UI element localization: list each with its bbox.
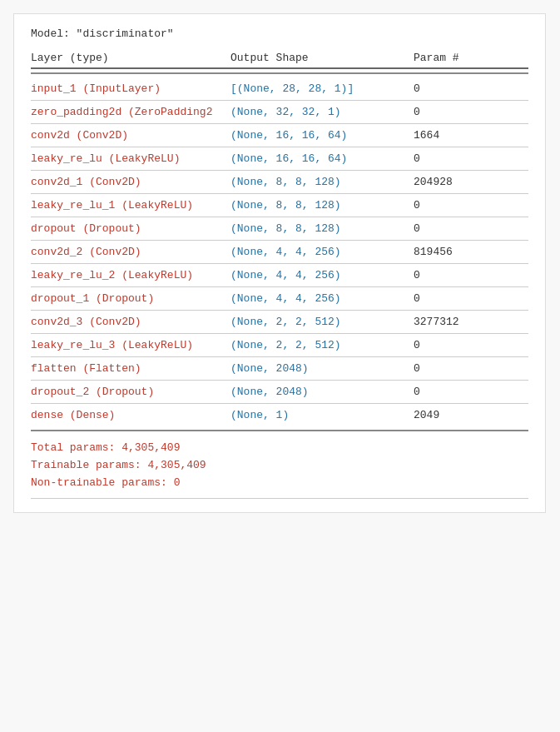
table-row: conv2d (Conv2D)(None, 16, 16, 64)1664	[31, 124, 528, 147]
trainable-params: Trainable params: 4,305,409	[31, 457, 528, 475]
table-row: conv2d_3 (Conv2D)(None, 2, 2, 512)327731…	[31, 311, 528, 333]
param-count-cell: 1664	[414, 129, 513, 142]
output-shape-cell: [(None, 28, 28, 1)]	[230, 82, 414, 95]
table-row: zero_padding2d (ZeroPadding2(None, 32, 3…	[31, 101, 528, 123]
output-shape-cell: (None, 1)	[230, 409, 414, 421]
output-shape-cell: (None, 2, 2, 512)	[230, 339, 414, 351]
param-count-cell: 3277312	[414, 316, 513, 328]
output-shape-cell: (None, 8, 8, 128)	[230, 222, 414, 235]
param-count-cell: 0	[414, 362, 513, 375]
model-summary-container: Model: "discriminator" Layer (type) Outp…	[13, 13, 546, 513]
table-row: dropout_1 (Dropout)(None, 4, 4, 256)0	[31, 287, 528, 310]
layer-name-cell: leaky_re_lu_2 (LeakyReLU)	[31, 269, 230, 281]
layer-name-cell: conv2d_3 (Conv2D)	[31, 316, 230, 328]
layer-name-cell: dropout_2 (Dropout)	[31, 386, 230, 398]
table-row: flatten (Flatten)(None, 2048)0	[31, 357, 528, 380]
output-shape-cell: (None, 8, 8, 128)	[230, 176, 414, 188]
table-row: conv2d_2 (Conv2D)(None, 4, 4, 256)819456	[31, 241, 528, 263]
layer-name-cell: conv2d_1 (Conv2D)	[31, 176, 230, 188]
output-shape-cell: (None, 2, 2, 512)	[230, 316, 414, 328]
param-count-cell: 0	[414, 106, 513, 118]
header-output-col: Output Shape	[230, 52, 414, 64]
param-count-cell: 0	[414, 339, 513, 351]
table-row: input_1 (InputLayer)[(None, 28, 28, 1)]0	[31, 77, 528, 100]
top-double-separator	[31, 72, 528, 74]
layer-name-cell: dense (Dense)	[31, 409, 230, 421]
table-header: Layer (type) Output Shape Param #	[31, 52, 528, 69]
layer-name-cell: dropout_1 (Dropout)	[31, 292, 230, 305]
table-row: dense (Dense)(None, 1)2049	[31, 404, 528, 426]
output-shape-cell: (None, 2048)	[230, 386, 414, 398]
param-count-cell: 0	[414, 199, 513, 212]
output-shape-cell: (None, 4, 4, 256)	[230, 292, 414, 305]
param-count-cell: 819456	[414, 246, 513, 258]
param-count-cell: 0	[414, 222, 513, 235]
output-shape-cell: (None, 4, 4, 256)	[230, 269, 414, 281]
table-row: leaky_re_lu_1 (LeakyReLU)(None, 8, 8, 12…	[31, 194, 528, 217]
layer-name-cell: conv2d_2 (Conv2D)	[31, 246, 230, 258]
layer-name-cell: leaky_re_lu_3 (LeakyReLU)	[31, 339, 230, 351]
output-shape-cell: (None, 16, 16, 64)	[230, 152, 414, 165]
table-row: dropout (Dropout)(None, 8, 8, 128)0	[31, 217, 528, 240]
param-count-cell: 0	[414, 292, 513, 305]
table-row: leaky_re_lu_3 (LeakyReLU)(None, 2, 2, 51…	[31, 334, 528, 356]
output-shape-cell: (None, 32, 32, 1)	[230, 106, 414, 118]
layer-name-cell: conv2d (Conv2D)	[31, 129, 230, 142]
layer-name-cell: zero_padding2d (ZeroPadding2	[31, 106, 230, 118]
summary-section: Total params: 4,305,409 Trainable params…	[31, 436, 528, 491]
table-row: leaky_re_lu (LeakyReLU)(None, 16, 16, 64…	[31, 147, 528, 170]
param-count-cell: 0	[414, 82, 513, 95]
param-count-cell: 0	[414, 152, 513, 165]
header-param-col: Param #	[414, 52, 513, 64]
param-count-cell: 0	[414, 269, 513, 281]
layer-name-cell: leaky_re_lu_1 (LeakyReLU)	[31, 199, 230, 212]
layer-table-body: input_1 (InputLayer)[(None, 28, 28, 1)]0…	[31, 77, 528, 426]
table-row: dropout_2 (Dropout)(None, 2048)0	[31, 381, 528, 403]
param-count-cell: 2049	[414, 409, 513, 421]
output-shape-cell: (None, 16, 16, 64)	[230, 129, 414, 142]
param-count-cell: 204928	[414, 176, 513, 188]
layer-name-cell: leaky_re_lu (LeakyReLU)	[31, 152, 230, 165]
model-title: Model: "discriminator"	[31, 27, 528, 40]
header-layer-col: Layer (type)	[31, 52, 230, 64]
bottom-double-separator	[31, 430, 528, 431]
non-trainable-params: Non-trainable params: 0	[31, 475, 528, 492]
table-row: conv2d_1 (Conv2D)(None, 8, 8, 128)204928	[31, 171, 528, 193]
layer-name-cell: input_1 (InputLayer)	[31, 82, 230, 95]
total-params: Total params: 4,305,409	[31, 440, 528, 457]
output-shape-cell: (None, 4, 4, 256)	[230, 246, 414, 258]
param-count-cell: 0	[414, 386, 513, 398]
output-shape-cell: (None, 8, 8, 128)	[230, 199, 414, 212]
layer-name-cell: flatten (Flatten)	[31, 362, 230, 375]
bottom-separator	[31, 498, 528, 499]
layer-name-cell: dropout (Dropout)	[31, 222, 230, 235]
table-row: leaky_re_lu_2 (LeakyReLU)(None, 4, 4, 25…	[31, 264, 528, 286]
output-shape-cell: (None, 2048)	[230, 362, 414, 375]
